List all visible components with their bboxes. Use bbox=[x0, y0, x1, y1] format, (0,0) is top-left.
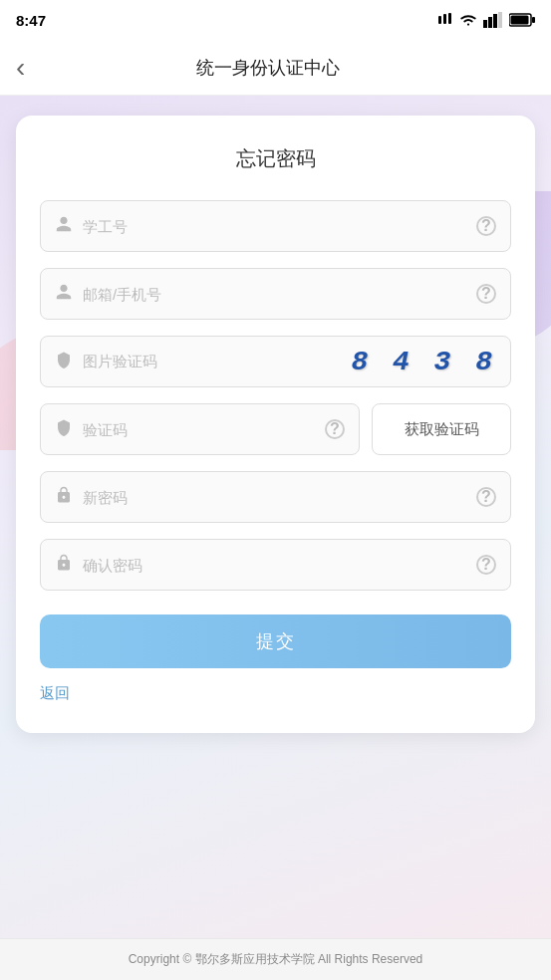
form-title: 忘记密码 bbox=[40, 145, 511, 172]
svg-rect-1 bbox=[443, 14, 446, 24]
footer: Copyright © 鄂尔多斯应用技术学院 All Rights Reserv… bbox=[0, 938, 551, 980]
svg-rect-0 bbox=[438, 16, 441, 24]
nav-title: 统一身份认证中心 bbox=[33, 56, 503, 80]
captcha-image-group: 图片验证码 8 4 3 8 bbox=[40, 336, 511, 387]
email-wrapper: ? bbox=[40, 268, 511, 320]
confirm-password-group: ? bbox=[40, 539, 511, 591]
verify-help[interactable]: ? bbox=[325, 419, 345, 439]
new-password-group: ? bbox=[40, 471, 511, 523]
shield-icon-1 bbox=[55, 351, 73, 373]
email-help[interactable]: ? bbox=[476, 284, 496, 304]
student-id-group: ? bbox=[40, 200, 511, 252]
svg-marker-6 bbox=[498, 12, 502, 28]
student-id-input[interactable] bbox=[83, 218, 468, 235]
captcha-code[interactable]: 8 4 3 8 bbox=[351, 347, 496, 377]
sim-icon bbox=[437, 12, 453, 28]
status-bar: 8:47 bbox=[0, 0, 551, 40]
lock-icon-2 bbox=[55, 554, 73, 577]
svg-marker-5 bbox=[493, 14, 497, 28]
verify-code-input[interactable] bbox=[83, 421, 317, 438]
back-button[interactable]: ‹ bbox=[16, 50, 33, 86]
confirm-password-input[interactable] bbox=[83, 557, 468, 574]
svg-marker-4 bbox=[488, 17, 492, 28]
copyright-text: Copyright © 鄂尔多斯应用技术学院 All Rights Reserv… bbox=[129, 951, 423, 968]
status-icons bbox=[437, 12, 535, 28]
user-icon-2 bbox=[55, 283, 73, 306]
lock-icon-1 bbox=[55, 486, 73, 509]
status-time: 8:47 bbox=[16, 12, 46, 29]
battery-icon bbox=[509, 13, 535, 27]
new-password-wrapper: ? bbox=[40, 471, 511, 523]
verify-input-wrapper: ? bbox=[40, 403, 360, 455]
signal-icon bbox=[483, 12, 503, 28]
nav-bar: ‹ 统一身份认证中心 bbox=[0, 40, 551, 96]
new-password-help[interactable]: ? bbox=[476, 487, 496, 507]
back-link[interactable]: 返回 bbox=[40, 684, 511, 703]
email-input[interactable] bbox=[83, 286, 468, 303]
student-id-wrapper: ? bbox=[40, 200, 511, 252]
get-verify-code-button[interactable]: 获取验证码 bbox=[372, 403, 511, 455]
svg-rect-8 bbox=[532, 17, 535, 23]
captcha-label: 图片验证码 bbox=[83, 353, 157, 371]
student-id-help[interactable]: ? bbox=[476, 216, 496, 236]
svg-marker-3 bbox=[483, 20, 487, 28]
user-icon-1 bbox=[55, 215, 73, 238]
shield-icon-2 bbox=[55, 418, 73, 441]
submit-button[interactable]: 提交 bbox=[40, 614, 511, 668]
wifi-icon bbox=[459, 12, 477, 28]
captcha-wrapper: 图片验证码 8 4 3 8 bbox=[40, 336, 511, 387]
verify-row: ? 获取验证码 bbox=[40, 403, 511, 455]
confirm-password-wrapper: ? bbox=[40, 539, 511, 591]
new-password-input[interactable] bbox=[83, 489, 468, 506]
email-group: ? bbox=[40, 268, 511, 320]
confirm-password-help[interactable]: ? bbox=[476, 555, 496, 575]
svg-rect-9 bbox=[511, 16, 529, 25]
svg-rect-2 bbox=[448, 13, 451, 24]
form-card: 忘记密码 ? ? 图片验证码 8 4 3 8 bbox=[16, 116, 535, 733]
